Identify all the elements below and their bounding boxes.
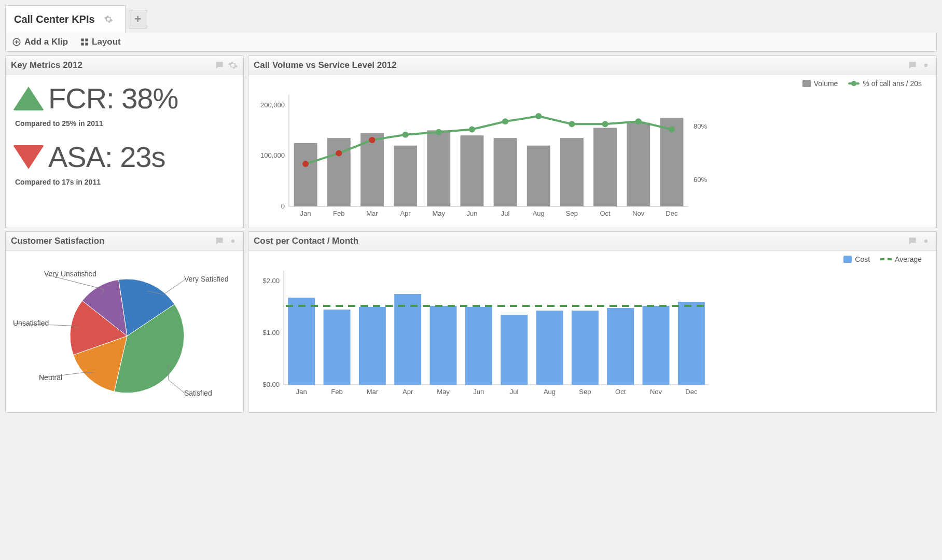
chart-cost-per-contact: $0.00$1.00$2.00JanFebMarAprMayJunJulAugS… — [253, 265, 719, 400]
svg-rect-18 — [394, 146, 417, 206]
svg-text:Jul: Jul — [510, 388, 519, 396]
triangle-down-icon — [13, 145, 44, 169]
svg-point-38 — [369, 137, 375, 143]
add-tab-button[interactable]: + — [129, 10, 147, 29]
svg-line-51 — [163, 279, 185, 295]
svg-rect-80 — [465, 307, 492, 385]
add-klip-button[interactable]: Add a Klip — [12, 37, 68, 47]
svg-rect-32 — [627, 123, 650, 206]
svg-point-40 — [436, 129, 442, 135]
comment-icon[interactable] — [907, 236, 918, 246]
svg-text:0: 0 — [281, 202, 285, 210]
kpi-asa: ASA: 23s — [13, 140, 236, 174]
layout-button[interactable]: Layout — [80, 37, 121, 47]
svg-rect-22 — [460, 135, 483, 206]
svg-text:Jul: Jul — [501, 209, 510, 217]
plus-circle-icon — [12, 37, 21, 47]
svg-text:Jan: Jan — [300, 209, 311, 217]
gear-icon[interactable] — [921, 236, 931, 246]
svg-text:Mar: Mar — [367, 388, 379, 396]
svg-rect-28 — [560, 138, 584, 206]
legend-volume[interactable]: Volume — [802, 79, 838, 88]
comment-icon[interactable] — [907, 60, 918, 71]
panel-title: Key Metrics 2012 — [11, 60, 214, 71]
svg-rect-3 — [81, 38, 84, 41]
svg-rect-5 — [81, 43, 84, 45]
chart-csat-pie: Very SatisfiedSatisfiedNeutralUnsatisfie… — [8, 253, 241, 409]
svg-text:Neutral: Neutral — [39, 373, 62, 382]
panel-title: Call Volume vs Service Level 2012 — [254, 60, 907, 71]
svg-rect-72 — [324, 310, 351, 385]
svg-text:Jun: Jun — [466, 209, 477, 217]
gear-icon[interactable] — [228, 60, 238, 71]
svg-point-36 — [302, 161, 309, 167]
svg-point-47 — [669, 127, 675, 133]
svg-rect-24 — [494, 138, 517, 206]
kpi-asa-sub: Compared to 17s in 2011 — [15, 178, 236, 186]
svg-text:$2.00: $2.00 — [262, 277, 280, 285]
svg-rect-4 — [85, 38, 88, 41]
svg-rect-76 — [394, 294, 421, 385]
panel-title: Cost per Contact / Month — [254, 236, 907, 246]
chart-call-volume: 0100,000200,000JanFebMarAprMayJunJulAugS… — [253, 90, 719, 222]
legend-avg[interactable]: Average — [880, 255, 922, 263]
svg-text:80%: 80% — [694, 122, 707, 130]
svg-rect-82 — [501, 315, 528, 385]
svg-text:Nov: Nov — [650, 388, 662, 396]
legend-pct[interactable]: % of call ans / 20s — [848, 79, 922, 88]
svg-text:Feb: Feb — [331, 388, 342, 396]
svg-text:Mar: Mar — [366, 209, 378, 217]
svg-text:Unsatisfied: Unsatisfied — [13, 319, 49, 327]
svg-rect-88 — [607, 308, 634, 385]
svg-text:Very Satisfied: Very Satisfied — [184, 275, 229, 283]
tab-title: Call Center KPIs — [14, 13, 95, 25]
svg-point-37 — [336, 150, 342, 157]
layout-icon — [80, 38, 89, 46]
svg-rect-20 — [427, 130, 450, 206]
svg-text:Aug: Aug — [544, 388, 556, 396]
svg-text:Apr: Apr — [400, 209, 411, 217]
svg-point-43 — [535, 113, 542, 119]
gear-icon[interactable] — [921, 60, 931, 71]
kpi-fcr-sub: Compared to 25% in 2011 — [15, 119, 236, 128]
kpi-asa-value: ASA: 23s — [48, 140, 165, 174]
svg-text:Aug: Aug — [533, 209, 545, 217]
dashboard-tab[interactable]: Call Center KPIs — [5, 5, 126, 33]
svg-point-46 — [635, 118, 642, 124]
svg-rect-90 — [643, 306, 670, 385]
svg-rect-84 — [536, 311, 563, 385]
svg-text:Feb: Feb — [333, 209, 344, 217]
svg-text:100,000: 100,000 — [260, 151, 285, 159]
comment-icon[interactable] — [214, 236, 225, 246]
svg-text:Oct: Oct — [600, 209, 611, 217]
svg-text:60%: 60% — [694, 176, 707, 184]
svg-line-54 — [169, 380, 185, 394]
svg-text:Oct: Oct — [615, 388, 626, 396]
comment-icon[interactable] — [214, 60, 225, 71]
svg-text:Dec: Dec — [666, 209, 678, 217]
add-klip-label: Add a Klip — [24, 37, 68, 47]
panel-cost: Cost per Contact / Month Cost Average $0… — [248, 231, 937, 413]
svg-point-39 — [403, 132, 409, 138]
svg-text:Dec: Dec — [685, 388, 698, 396]
legend-cost[interactable]: Cost — [843, 255, 870, 263]
svg-rect-12 — [294, 143, 317, 206]
svg-text:Very Unsatisfied: Very Unsatisfied — [44, 270, 96, 278]
panel-csat: Customer Satisfaction Very SatisfiedSati… — [5, 231, 244, 413]
gear-icon[interactable] — [228, 236, 238, 246]
svg-text:$1.00: $1.00 — [262, 329, 280, 337]
svg-rect-70 — [288, 298, 315, 385]
gear-icon[interactable] — [100, 11, 117, 27]
panel-title: Customer Satisfaction — [11, 236, 214, 246]
svg-rect-74 — [359, 307, 386, 385]
svg-point-42 — [502, 118, 508, 124]
svg-rect-14 — [327, 138, 351, 206]
svg-text:Satisfied: Satisfied — [184, 389, 212, 397]
svg-text:May: May — [432, 209, 445, 217]
svg-rect-30 — [593, 128, 617, 206]
triangle-up-icon — [13, 87, 44, 110]
svg-text:Apr: Apr — [403, 388, 413, 396]
svg-text:Sep: Sep — [579, 388, 591, 396]
kpi-fcr: FCR: 38% — [13, 81, 236, 115]
svg-text:Jun: Jun — [473, 388, 484, 396]
